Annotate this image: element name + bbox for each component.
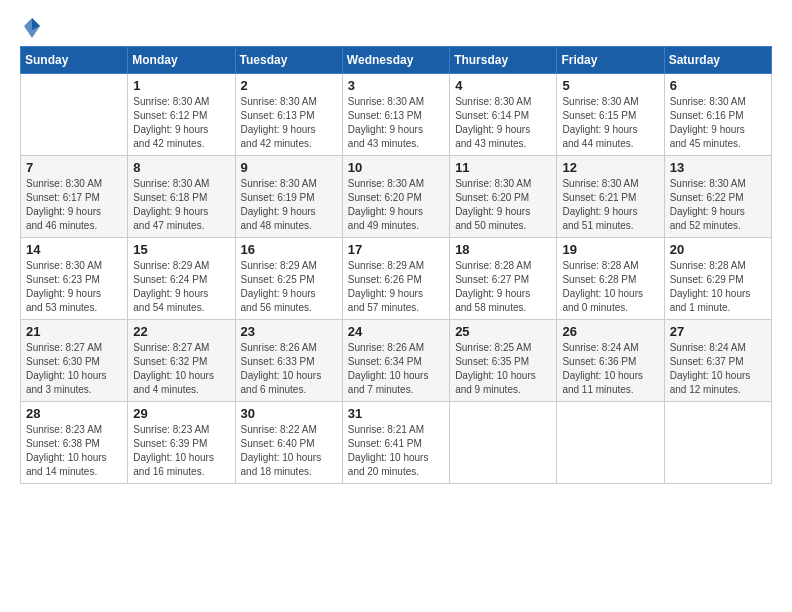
day-info: Sunrise: 8:27 AMSunset: 6:30 PMDaylight:… xyxy=(26,341,122,397)
day-number: 15 xyxy=(133,242,229,257)
calendar-cell: 22Sunrise: 8:27 AMSunset: 6:32 PMDayligh… xyxy=(128,320,235,402)
day-number: 1 xyxy=(133,78,229,93)
day-number: 7 xyxy=(26,160,122,175)
day-info: Sunrise: 8:29 AMSunset: 6:26 PMDaylight:… xyxy=(348,259,444,315)
day-number: 4 xyxy=(455,78,551,93)
col-friday: Friday xyxy=(557,47,664,74)
col-thursday: Thursday xyxy=(450,47,557,74)
day-number: 20 xyxy=(670,242,766,257)
calendar-cell: 2Sunrise: 8:30 AMSunset: 6:13 PMDaylight… xyxy=(235,74,342,156)
day-number: 19 xyxy=(562,242,658,257)
day-number: 6 xyxy=(670,78,766,93)
day-info: Sunrise: 8:30 AMSunset: 6:20 PMDaylight:… xyxy=(348,177,444,233)
day-number: 11 xyxy=(455,160,551,175)
calendar-row-4: 21Sunrise: 8:27 AMSunset: 6:30 PMDayligh… xyxy=(21,320,772,402)
calendar-cell: 29Sunrise: 8:23 AMSunset: 6:39 PMDayligh… xyxy=(128,402,235,484)
day-number: 31 xyxy=(348,406,444,421)
day-info: Sunrise: 8:24 AMSunset: 6:37 PMDaylight:… xyxy=(670,341,766,397)
day-info: Sunrise: 8:26 AMSunset: 6:34 PMDaylight:… xyxy=(348,341,444,397)
day-info: Sunrise: 8:30 AMSunset: 6:17 PMDaylight:… xyxy=(26,177,122,233)
day-number: 12 xyxy=(562,160,658,175)
calendar-cell: 21Sunrise: 8:27 AMSunset: 6:30 PMDayligh… xyxy=(21,320,128,402)
calendar-cell: 6Sunrise: 8:30 AMSunset: 6:16 PMDaylight… xyxy=(664,74,771,156)
calendar-cell xyxy=(557,402,664,484)
col-tuesday: Tuesday xyxy=(235,47,342,74)
day-info: Sunrise: 8:22 AMSunset: 6:40 PMDaylight:… xyxy=(241,423,337,479)
calendar-cell xyxy=(21,74,128,156)
day-number: 18 xyxy=(455,242,551,257)
calendar-cell: 9Sunrise: 8:30 AMSunset: 6:19 PMDaylight… xyxy=(235,156,342,238)
day-info: Sunrise: 8:30 AMSunset: 6:15 PMDaylight:… xyxy=(562,95,658,151)
day-info: Sunrise: 8:30 AMSunset: 6:18 PMDaylight:… xyxy=(133,177,229,233)
day-number: 3 xyxy=(348,78,444,93)
calendar-cell: 3Sunrise: 8:30 AMSunset: 6:13 PMDaylight… xyxy=(342,74,449,156)
col-saturday: Saturday xyxy=(664,47,771,74)
calendar-cell: 5Sunrise: 8:30 AMSunset: 6:15 PMDaylight… xyxy=(557,74,664,156)
logo-icon xyxy=(22,16,42,40)
day-info: Sunrise: 8:30 AMSunset: 6:12 PMDaylight:… xyxy=(133,95,229,151)
calendar-cell xyxy=(664,402,771,484)
day-info: Sunrise: 8:28 AMSunset: 6:27 PMDaylight:… xyxy=(455,259,551,315)
day-number: 5 xyxy=(562,78,658,93)
calendar-cell xyxy=(450,402,557,484)
calendar-row-5: 28Sunrise: 8:23 AMSunset: 6:38 PMDayligh… xyxy=(21,402,772,484)
day-info: Sunrise: 8:30 AMSunset: 6:19 PMDaylight:… xyxy=(241,177,337,233)
day-number: 8 xyxy=(133,160,229,175)
calendar-cell: 28Sunrise: 8:23 AMSunset: 6:38 PMDayligh… xyxy=(21,402,128,484)
day-number: 10 xyxy=(348,160,444,175)
day-info: Sunrise: 8:30 AMSunset: 6:13 PMDaylight:… xyxy=(348,95,444,151)
day-info: Sunrise: 8:28 AMSunset: 6:29 PMDaylight:… xyxy=(670,259,766,315)
day-info: Sunrise: 8:21 AMSunset: 6:41 PMDaylight:… xyxy=(348,423,444,479)
calendar-row-3: 14Sunrise: 8:30 AMSunset: 6:23 PMDayligh… xyxy=(21,238,772,320)
day-number: 30 xyxy=(241,406,337,421)
calendar-row-2: 7Sunrise: 8:30 AMSunset: 6:17 PMDaylight… xyxy=(21,156,772,238)
calendar-cell: 26Sunrise: 8:24 AMSunset: 6:36 PMDayligh… xyxy=(557,320,664,402)
calendar-cell: 19Sunrise: 8:28 AMSunset: 6:28 PMDayligh… xyxy=(557,238,664,320)
day-number: 26 xyxy=(562,324,658,339)
day-info: Sunrise: 8:30 AMSunset: 6:14 PMDaylight:… xyxy=(455,95,551,151)
calendar-cell: 11Sunrise: 8:30 AMSunset: 6:20 PMDayligh… xyxy=(450,156,557,238)
calendar-cell: 20Sunrise: 8:28 AMSunset: 6:29 PMDayligh… xyxy=(664,238,771,320)
day-info: Sunrise: 8:27 AMSunset: 6:32 PMDaylight:… xyxy=(133,341,229,397)
calendar-cell: 18Sunrise: 8:28 AMSunset: 6:27 PMDayligh… xyxy=(450,238,557,320)
day-number: 21 xyxy=(26,324,122,339)
calendar-row-1: 1Sunrise: 8:30 AMSunset: 6:12 PMDaylight… xyxy=(21,74,772,156)
calendar-cell: 27Sunrise: 8:24 AMSunset: 6:37 PMDayligh… xyxy=(664,320,771,402)
calendar-cell: 23Sunrise: 8:26 AMSunset: 6:33 PMDayligh… xyxy=(235,320,342,402)
calendar-cell: 30Sunrise: 8:22 AMSunset: 6:40 PMDayligh… xyxy=(235,402,342,484)
day-info: Sunrise: 8:26 AMSunset: 6:33 PMDaylight:… xyxy=(241,341,337,397)
day-info: Sunrise: 8:29 AMSunset: 6:25 PMDaylight:… xyxy=(241,259,337,315)
calendar-cell: 17Sunrise: 8:29 AMSunset: 6:26 PMDayligh… xyxy=(342,238,449,320)
day-number: 29 xyxy=(133,406,229,421)
col-sunday: Sunday xyxy=(21,47,128,74)
day-info: Sunrise: 8:25 AMSunset: 6:35 PMDaylight:… xyxy=(455,341,551,397)
day-number: 13 xyxy=(670,160,766,175)
calendar-cell: 14Sunrise: 8:30 AMSunset: 6:23 PMDayligh… xyxy=(21,238,128,320)
day-number: 14 xyxy=(26,242,122,257)
calendar-header-row: Sunday Monday Tuesday Wednesday Thursday… xyxy=(21,47,772,74)
calendar-page: Sunday Monday Tuesday Wednesday Thursday… xyxy=(0,0,792,612)
day-info: Sunrise: 8:24 AMSunset: 6:36 PMDaylight:… xyxy=(562,341,658,397)
calendar-cell: 12Sunrise: 8:30 AMSunset: 6:21 PMDayligh… xyxy=(557,156,664,238)
calendar-cell: 8Sunrise: 8:30 AMSunset: 6:18 PMDaylight… xyxy=(128,156,235,238)
day-number: 9 xyxy=(241,160,337,175)
calendar-cell: 10Sunrise: 8:30 AMSunset: 6:20 PMDayligh… xyxy=(342,156,449,238)
day-number: 27 xyxy=(670,324,766,339)
day-info: Sunrise: 8:23 AMSunset: 6:39 PMDaylight:… xyxy=(133,423,229,479)
col-wednesday: Wednesday xyxy=(342,47,449,74)
day-number: 24 xyxy=(348,324,444,339)
calendar-cell: 15Sunrise: 8:29 AMSunset: 6:24 PMDayligh… xyxy=(128,238,235,320)
calendar-cell: 24Sunrise: 8:26 AMSunset: 6:34 PMDayligh… xyxy=(342,320,449,402)
day-info: Sunrise: 8:30 AMSunset: 6:23 PMDaylight:… xyxy=(26,259,122,315)
col-monday: Monday xyxy=(128,47,235,74)
header xyxy=(20,16,772,40)
day-info: Sunrise: 8:30 AMSunset: 6:22 PMDaylight:… xyxy=(670,177,766,233)
calendar-cell: 7Sunrise: 8:30 AMSunset: 6:17 PMDaylight… xyxy=(21,156,128,238)
calendar-table: Sunday Monday Tuesday Wednesday Thursday… xyxy=(20,46,772,484)
day-number: 23 xyxy=(241,324,337,339)
logo xyxy=(20,16,42,40)
calendar-cell: 16Sunrise: 8:29 AMSunset: 6:25 PMDayligh… xyxy=(235,238,342,320)
day-info: Sunrise: 8:28 AMSunset: 6:28 PMDaylight:… xyxy=(562,259,658,315)
day-number: 22 xyxy=(133,324,229,339)
day-info: Sunrise: 8:30 AMSunset: 6:21 PMDaylight:… xyxy=(562,177,658,233)
